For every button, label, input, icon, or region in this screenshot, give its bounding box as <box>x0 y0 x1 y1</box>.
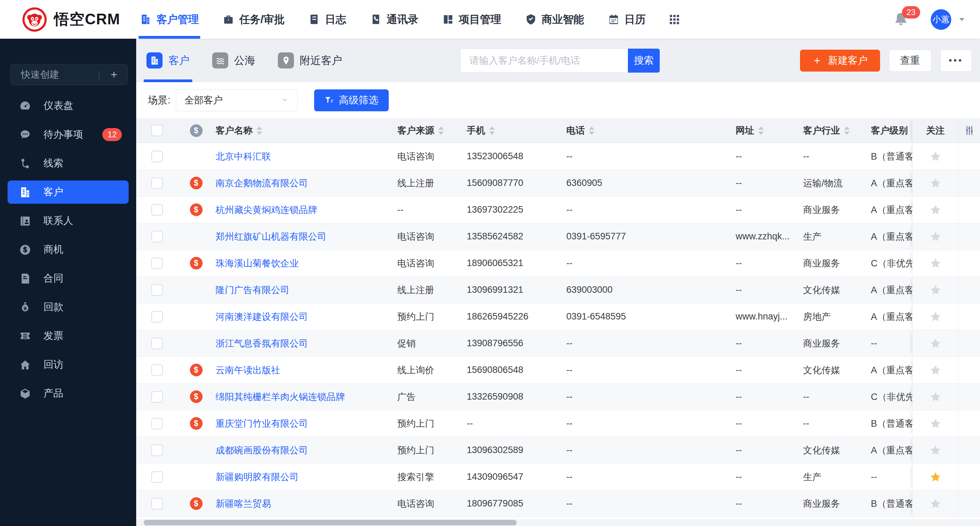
customer-name-link[interactable]: 北京中科汇联 <box>212 150 392 163</box>
row-checkbox[interactable] <box>151 177 163 189</box>
star-icon[interactable] <box>929 337 942 350</box>
customer-name-link[interactable]: 浙江气息香氛有限公司 <box>212 337 392 350</box>
tab-map-pin[interactable]: 附近客户 <box>278 39 342 82</box>
row-checkbox[interactable] <box>151 284 163 296</box>
apps-grid-button[interactable] <box>668 13 681 26</box>
sidebar-item-building[interactable]: 客户 <box>8 180 129 204</box>
nav-item-layout[interactable]: 项目管理 <box>442 0 501 39</box>
customer-name-link[interactable]: 新疆喀兰贸易 <box>212 497 392 510</box>
sidebar-item-ticket[interactable]: 发票 <box>8 324 129 347</box>
star-icon[interactable] <box>929 364 942 376</box>
app-logo[interactable]: 悟空CRM <box>0 7 135 32</box>
customer-name-link[interactable]: 新疆购明胶有限公司 <box>212 471 392 483</box>
customer-name-link[interactable]: 杭州藏尖黄焖鸡连锁品牌 <box>212 204 392 216</box>
sidebar-item-cube[interactable]: 产品 <box>8 382 129 405</box>
star-icon[interactable] <box>929 257 942 269</box>
scrollbar-thumb[interactable] <box>144 520 517 525</box>
customer-name-link[interactable]: 珠海溪山菊餐饮企业 <box>212 257 392 269</box>
column-header-mobile[interactable]: 手机 <box>461 118 561 143</box>
customer-name-link[interactable]: 成都碗画股份有限公司 <box>212 444 392 456</box>
cell-source: 电话咨询 <box>392 257 461 269</box>
star-icon[interactable] <box>929 231 942 243</box>
star-icon[interactable] <box>929 150 942 163</box>
star-icon[interactable] <box>929 311 942 323</box>
nav-item-label: 日志 <box>325 12 346 27</box>
star-icon[interactable] <box>929 497 942 510</box>
customer-name-link[interactable]: 重庆堂门竹业有限公司 <box>212 418 392 430</box>
row-checkbox[interactable] <box>151 338 163 349</box>
nav-item-calendar[interactable]: 日历 <box>608 0 646 39</box>
column-settings-header[interactable] <box>958 118 980 143</box>
star-icon[interactable] <box>929 391 942 403</box>
nav-item-building[interactable]: 客户管理 <box>140 0 199 39</box>
row-checkbox[interactable] <box>151 471 163 483</box>
search-input[interactable] <box>460 49 628 73</box>
tab-waves[interactable]: 公海 <box>212 39 255 82</box>
sort-carets-icon[interactable] <box>589 126 594 135</box>
nav-item-shield-check[interactable]: 商业智能 <box>525 0 584 39</box>
sort-carets-icon[interactable] <box>257 126 262 135</box>
customer-name-link[interactable]: 郑州红旗矿山机器有限公司 <box>212 231 392 243</box>
row-checkbox[interactable] <box>151 391 163 403</box>
column-header-source[interactable]: 客户来源 <box>392 118 461 143</box>
create-customer-button[interactable]: 新建客户 <box>800 49 880 72</box>
sidebar-item-gauge[interactable]: 仪表盘 <box>8 94 129 118</box>
row-checkbox[interactable] <box>151 445 163 456</box>
horizontal-scrollbar[interactable] <box>136 519 980 526</box>
select-all-checkbox[interactable] <box>151 125 163 136</box>
row-checkbox[interactable] <box>151 418 163 429</box>
sidebar-item-contact-card[interactable]: 联系人 <box>8 209 129 233</box>
sidebar-item-money-bag[interactable]: 回款 <box>8 295 129 319</box>
notifications-button[interactable]: 23 <box>893 12 909 27</box>
plus-icon[interactable] <box>109 70 119 80</box>
star-icon[interactable] <box>929 204 942 216</box>
star-icon[interactable] <box>929 418 942 430</box>
row-checkbox[interactable] <box>151 231 163 242</box>
caret-down-icon[interactable] <box>958 15 966 24</box>
column-header-industry[interactable]: 客户行业 <box>798 118 865 143</box>
cell-mobile: 13096302589 <box>461 445 561 456</box>
star-icon[interactable] <box>929 177 942 190</box>
column-header-phone[interactable]: 电话 <box>561 118 730 143</box>
sidebar-item-doc-star[interactable]: 合同 <box>8 267 129 290</box>
sidebar-item-coin-dollar[interactable]: 商机 <box>8 238 129 261</box>
row-checkbox[interactable] <box>151 311 163 323</box>
sort-carets-icon[interactable] <box>758 126 764 135</box>
dedupe-button[interactable]: 查重 <box>889 49 931 72</box>
row-checkbox[interactable] <box>151 498 163 510</box>
column-header-website[interactable]: 网址 <box>730 118 798 143</box>
scene-select[interactable]: 全部客户 <box>176 89 298 111</box>
search-button[interactable]: 搜索 <box>628 49 660 73</box>
nav-item-briefcase[interactable]: 任务/审批 <box>223 0 285 39</box>
row-checkbox[interactable] <box>151 364 163 376</box>
cell-website: www.zzhqk... <box>730 231 798 242</box>
customer-name-link[interactable]: 绵阳其纯栅栏羊肉火锅连锁品牌 <box>212 391 392 403</box>
tab-building[interactable]: 客户 <box>146 39 189 82</box>
row-checkbox[interactable] <box>151 151 163 162</box>
sidebar-item-chat[interactable]: 待办事项12 <box>8 123 129 146</box>
advanced-filter-button[interactable]: 高级筛选 <box>314 89 389 111</box>
waves-icon <box>212 53 228 69</box>
star-icon[interactable] <box>929 471 942 483</box>
customer-name-link[interactable]: 隆门广告有限公司 <box>212 284 392 296</box>
star-icon[interactable] <box>929 444 942 456</box>
cell-source: 线上询价 <box>392 364 461 376</box>
sort-carets-icon[interactable] <box>438 126 444 135</box>
avatar[interactable]: 小蕙 <box>931 9 951 30</box>
star-icon[interactable] <box>929 284 942 296</box>
customer-name-link[interactable]: 南京企鹅物流有限公司 <box>212 177 392 190</box>
quick-create-button[interactable]: 快速创建 | <box>10 64 128 85</box>
sidebar-item-house[interactable]: 回访 <box>8 353 129 376</box>
sidebar-item-label: 仪表盘 <box>43 99 73 113</box>
customer-name-link[interactable]: 河南澳洋建设有限公司 <box>212 311 392 323</box>
column-header-name[interactable]: 客户名称 <box>212 118 392 143</box>
customer-name-link[interactable]: 云南午读出版社 <box>212 364 392 376</box>
sort-carets-icon[interactable] <box>489 126 495 135</box>
more-button[interactable]: ••• <box>940 49 972 72</box>
sort-carets-icon[interactable] <box>844 126 850 135</box>
nav-item-journal[interactable]: 日志 <box>309 0 346 39</box>
row-checkbox[interactable] <box>151 204 163 216</box>
nav-item-phone-book[interactable]: 通讯录 <box>370 0 418 39</box>
sidebar-item-route[interactable]: 线索 <box>8 152 129 175</box>
row-checkbox[interactable] <box>151 258 163 269</box>
